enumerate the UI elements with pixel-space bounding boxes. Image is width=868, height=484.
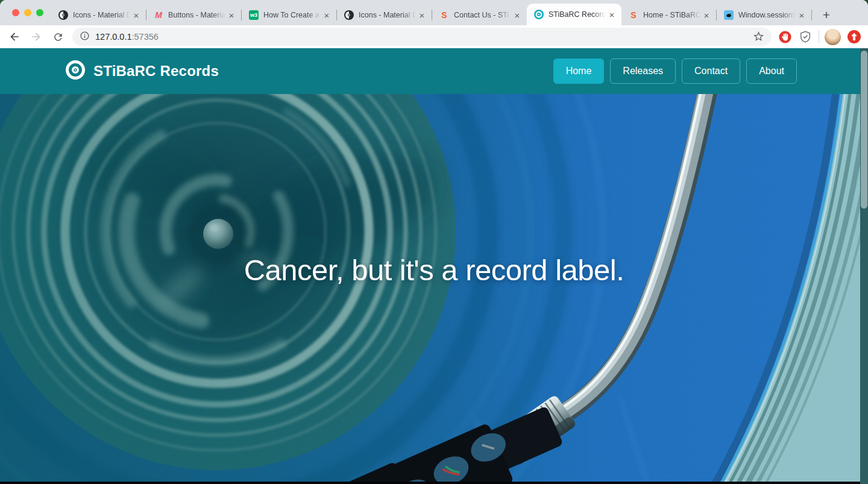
- mui-icon: M: [154, 10, 163, 20]
- close-icon[interactable]: ×: [131, 11, 141, 20]
- browser-window: Icons - Material D × M Buttons - Materia…: [0, 0, 868, 484]
- close-icon[interactable]: ×: [702, 11, 711, 20]
- tab-icons-material-2[interactable]: Icons - Material D ×: [337, 5, 432, 25]
- zoom-window-button[interactable]: [36, 9, 43, 16]
- tab-title: Window.sessionS: [738, 11, 797, 19]
- nav-home[interactable]: Home: [553, 58, 605, 84]
- close-icon[interactable]: ×: [227, 11, 236, 20]
- tab-window-session[interactable]: Window.sessionS ×: [717, 5, 811, 25]
- material-design-icon: [58, 10, 68, 20]
- browser-toolbar: 127.0.0.1 :57356: [0, 25, 868, 48]
- tab-title: How To Create a: [263, 11, 322, 19]
- close-icon[interactable]: ×: [512, 11, 522, 20]
- brand[interactable]: STiBaRC Records: [65, 60, 219, 83]
- bookmark-star-icon[interactable]: [753, 30, 764, 44]
- scrollbar-thumb[interactable]: [861, 51, 867, 209]
- tab-title: Icons - Material D: [359, 11, 417, 19]
- hero-headline: Cancer, but it's a record label.: [244, 253, 624, 287]
- tab-icons-material-1[interactable]: Icons - Material D ×: [51, 5, 146, 25]
- tab-how-to-create[interactable]: w3 How To Create a ×: [242, 5, 336, 25]
- page-scrollbar[interactable]: [860, 48, 868, 484]
- nav-about[interactable]: About: [746, 58, 797, 84]
- nav-releases[interactable]: Releases: [610, 58, 676, 84]
- tab-buttons-material[interactable]: M Buttons - Materia ×: [146, 5, 241, 25]
- w3schools-icon: w3: [249, 10, 259, 20]
- main-nav: Home Releases Contact About: [553, 48, 797, 94]
- stibarc-s-icon: S: [439, 10, 449, 20]
- update-arrow-icon[interactable]: [847, 30, 861, 44]
- site-info-icon[interactable]: [80, 31, 90, 43]
- tab-stibarc-records-active[interactable]: STiBaRC Records ×: [527, 4, 621, 25]
- tab-title: Buttons - Materia: [168, 11, 227, 19]
- reload-icon[interactable]: [51, 30, 65, 44]
- tab-strip: Icons - Material D × M Buttons - Materia…: [0, 0, 868, 25]
- url-host: 127.0.0.1: [95, 32, 131, 42]
- minimize-window-button[interactable]: [24, 9, 31, 16]
- tab-home-stibarc[interactable]: S Home - STiBaRC ×: [621, 5, 716, 25]
- tabs: Icons - Material D × M Buttons - Materia…: [51, 0, 835, 25]
- back-icon[interactable]: [7, 30, 22, 44]
- close-icon[interactable]: ×: [322, 11, 332, 20]
- new-tab-button[interactable]: +: [818, 7, 835, 24]
- mdn-icon: [724, 10, 734, 20]
- address-bar[interactable]: 127.0.0.1 :57356: [72, 28, 772, 46]
- adblock-icon[interactable]: [778, 30, 792, 44]
- tab-title: STiBaRC Records: [549, 10, 607, 19]
- record-icon: [534, 10, 544, 19]
- tab-title: Icons - Material D: [73, 11, 131, 19]
- close-icon[interactable]: ×: [607, 10, 617, 19]
- stibarc-s-icon: S: [629, 10, 638, 20]
- close-window-button[interactable]: [12, 9, 19, 16]
- site-title: STiBaRC Records: [93, 63, 219, 80]
- profile-avatar[interactable]: [825, 29, 841, 45]
- site-header: STiBaRC Records Home Releases Contact Ab…: [0, 48, 868, 94]
- url-port: :57356: [131, 32, 158, 42]
- tab-contact-us[interactable]: S Contact Us - STi ×: [432, 5, 527, 25]
- forward-icon: [29, 30, 43, 44]
- toolbar-divider: [819, 30, 819, 43]
- tab-title: Home - STiBaRC: [643, 11, 702, 19]
- hero-section: Technics Cancer, but it's a record label…: [0, 94, 868, 484]
- turntable-hero-image: Technics: [0, 94, 868, 484]
- close-icon[interactable]: ×: [797, 11, 807, 20]
- record-logo-icon: [65, 60, 86, 83]
- window-controls: [12, 9, 43, 16]
- material-design-icon: [344, 10, 354, 20]
- close-icon[interactable]: ×: [417, 11, 427, 20]
- nav-contact[interactable]: Contact: [682, 58, 740, 84]
- tab-separator: [811, 10, 812, 20]
- tab-title: Contact Us - STi: [454, 11, 512, 19]
- shield-check-icon[interactable]: [798, 30, 813, 44]
